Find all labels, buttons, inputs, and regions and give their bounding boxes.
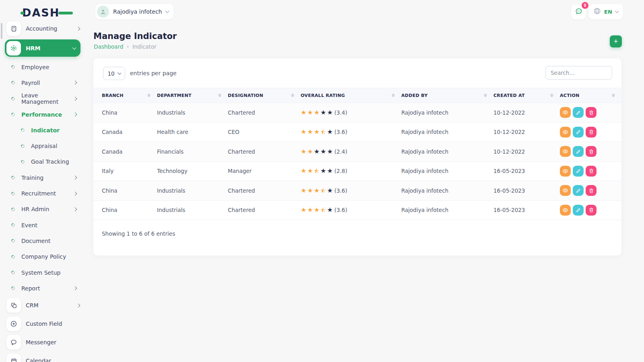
sidebar-item-employee[interactable]: Employee xyxy=(0,59,85,75)
company-selector[interactable]: Rajodiya infotech xyxy=(95,4,173,19)
cell-department: Technology xyxy=(157,168,228,174)
sort-icon[interactable] xyxy=(291,94,294,97)
sidebar-item-label: Event xyxy=(21,222,76,228)
sort-icon[interactable] xyxy=(612,94,615,97)
sort-icon[interactable] xyxy=(218,94,221,97)
messages-badge: 0 xyxy=(582,2,588,9)
search-input[interactable] xyxy=(545,66,612,80)
edit-button[interactable] xyxy=(573,205,584,216)
edit-button[interactable] xyxy=(573,107,584,118)
star-half-icon: ★☆ xyxy=(314,168,320,174)
sidebar-item-label: Training xyxy=(21,175,74,181)
sidebar-module-custom-field[interactable]: Custom Field xyxy=(0,315,85,333)
view-button[interactable] xyxy=(560,185,571,196)
column-header-department[interactable]: DEPARTMENT xyxy=(157,93,228,98)
view-button[interactable] xyxy=(560,107,571,118)
sidebar-item-goal-tracking[interactable]: Goal Tracking xyxy=(0,154,85,170)
sidebar-item-performance[interactable]: Performance xyxy=(0,107,85,122)
chat-icon xyxy=(6,335,21,350)
breadcrumb-dashboard-link[interactable]: Dashboard xyxy=(94,43,123,50)
sidebar-module-label: Messenger xyxy=(26,339,80,346)
column-header-label: DESIGNATION xyxy=(228,93,263,98)
messages-button[interactable]: 0 xyxy=(571,4,586,19)
delete-button[interactable] xyxy=(586,146,597,157)
sort-icon[interactable] xyxy=(550,94,553,97)
column-header-created-at[interactable]: CREATED AT xyxy=(493,93,560,98)
sidebar-item-label: Company Policy xyxy=(21,253,76,260)
sort-icon[interactable] xyxy=(484,94,487,97)
cell-created-at: 10-12-2022 xyxy=(493,109,560,116)
cell-added-by: Rajodiya infotech xyxy=(401,148,493,155)
cell-created-at: 16-05-2023 xyxy=(493,187,560,194)
delete-button[interactable] xyxy=(586,127,597,138)
view-button[interactable] xyxy=(560,146,571,157)
sidebar-item-document[interactable]: Document xyxy=(0,233,85,249)
sort-icon[interactable] xyxy=(147,94,151,97)
edit-button[interactable] xyxy=(573,146,584,157)
cell-action xyxy=(560,166,621,177)
sidebar-item-hr-admin[interactable]: HR Admin xyxy=(0,202,85,217)
sidebar-item-company-policy[interactable]: Company Policy xyxy=(0,249,85,265)
star-full-icon: ★ xyxy=(301,109,306,116)
bullet-icon xyxy=(10,96,16,101)
pencil-icon xyxy=(576,110,581,115)
column-header-branch[interactable]: BRANCH xyxy=(102,93,157,98)
calendar-icon xyxy=(6,354,21,362)
sidebar-item-recruitment[interactable]: Recruitment xyxy=(0,185,85,201)
view-button[interactable] xyxy=(560,205,571,216)
view-button[interactable] xyxy=(560,166,571,177)
star-full-icon: ★ xyxy=(314,207,320,213)
star-empty-icon: ★ xyxy=(327,168,332,174)
view-button[interactable] xyxy=(560,127,571,138)
logo-dash-accent xyxy=(58,12,73,14)
entries-per-page-select[interactable]: 10 xyxy=(103,67,125,80)
edit-button[interactable] xyxy=(573,127,584,138)
star-rating: ★★★★☆★ xyxy=(301,187,333,194)
cell-branch: Italy xyxy=(102,168,157,174)
sidebar-item-appraisal[interactable]: Appraisal xyxy=(0,138,85,154)
plus-circle-icon xyxy=(6,317,21,331)
language-selector[interactable]: EN xyxy=(588,4,623,19)
chevron-down-icon xyxy=(165,9,169,13)
sidebar-item-indicator[interactable]: Indicator xyxy=(0,122,85,138)
cell-department: Health care xyxy=(157,129,228,135)
app-logo[interactable]: DASH xyxy=(22,6,66,19)
sort-icon[interactable] xyxy=(392,94,395,97)
edit-button[interactable] xyxy=(573,166,584,177)
bullet-icon xyxy=(10,239,16,244)
sidebar-item-training[interactable]: Training xyxy=(0,170,85,185)
delete-button[interactable] xyxy=(586,166,597,177)
sidebar-item-system-setup[interactable]: System Setup xyxy=(0,265,85,280)
sidebar-item-payroll[interactable]: Payroll xyxy=(0,75,85,90)
sidebar-module-hrm[interactable]: HRM xyxy=(5,39,80,57)
sidebar-module-messenger[interactable]: Messenger xyxy=(0,333,85,352)
rating-value: (3.6) xyxy=(334,207,347,213)
table-row: CanadaHealth careCEO★★★★☆★(3.6)Rajodiya … xyxy=(93,123,621,142)
cell-added-by: Rajodiya infotech xyxy=(401,129,493,135)
delete-button[interactable] xyxy=(586,205,597,216)
sidebar-module-label: HRM xyxy=(26,45,73,51)
rating-value: (3.6) xyxy=(334,129,347,135)
column-header-overall-rating[interactable]: OVERALL RATING xyxy=(301,93,401,98)
edit-button[interactable] xyxy=(573,185,584,196)
pencil-icon xyxy=(576,168,581,174)
delete-button[interactable] xyxy=(586,107,597,118)
sidebar-item-event[interactable]: Event xyxy=(0,217,85,233)
table-row: CanadaFinancialsChartered★★★★★(2.4)Rajod… xyxy=(93,142,621,162)
sidebar-module-calendar[interactable]: Calendar xyxy=(0,352,85,362)
add-indicator-button[interactable]: + xyxy=(610,35,622,47)
sidebar-module-crm[interactable]: CRM xyxy=(0,296,85,315)
star-full-icon: ★ xyxy=(314,109,320,116)
delete-button[interactable] xyxy=(586,185,597,196)
column-header-added-by[interactable]: ADDED BY xyxy=(401,93,493,98)
row-actions xyxy=(560,205,617,216)
cell-added-by: Rajodiya infotech xyxy=(401,207,493,213)
sidebar-module-accounting[interactable]: Accounting xyxy=(0,19,85,38)
eye-icon xyxy=(562,207,568,213)
column-header-designation[interactable]: DESIGNATION xyxy=(228,93,301,98)
bullet-icon xyxy=(10,222,16,228)
star-rating: ★★★★★ xyxy=(301,148,333,155)
sidebar-item-report[interactable]: Report xyxy=(0,280,85,296)
column-header-action[interactable]: ACTION xyxy=(560,93,621,98)
sidebar-item-leave-management[interactable]: Leave Management xyxy=(0,91,85,107)
